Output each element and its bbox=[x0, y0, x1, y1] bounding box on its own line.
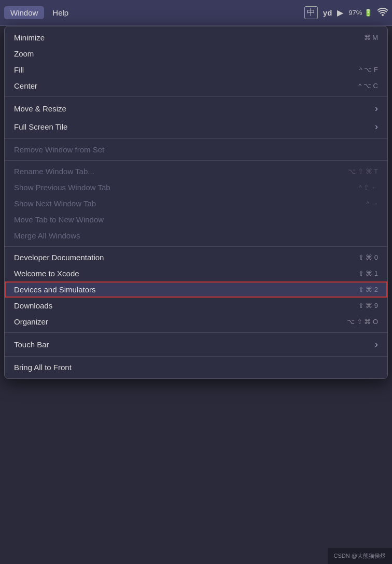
menu-label-merge-windows: Merge All Windows bbox=[14, 231, 80, 240]
menu-separator-after-center bbox=[5, 96, 387, 97]
menu-shortcut-center: ^ ⌥ C bbox=[358, 82, 378, 90]
menu-item-fill[interactable]: Fill^ ⌥ F bbox=[5, 62, 387, 78]
yd-icon: yd bbox=[323, 8, 332, 17]
menu-shortcut-minimize: ⌘ M bbox=[364, 34, 378, 41]
menu-separator-after-full-screen-tile bbox=[5, 138, 387, 139]
menubar-help[interactable]: Help bbox=[46, 6, 75, 19]
wifi-icon bbox=[377, 8, 388, 18]
menu-item-prev-tab: Show Previous Window Tab^ ⇧ ← bbox=[5, 179, 387, 195]
menu-label-zoom: Zoom bbox=[14, 49, 34, 58]
menubar-window[interactable]: Window bbox=[4, 6, 44, 19]
menu-label-organizer: Organizer bbox=[14, 317, 48, 326]
menu-item-bring-to-front[interactable]: Bring All to Front bbox=[5, 359, 387, 375]
menu-item-center[interactable]: Center^ ⌥ C bbox=[5, 78, 387, 94]
menubar: Window Help 中 yd ▶ 97% 🔋 bbox=[0, 0, 392, 26]
menu-item-full-screen-tile[interactable]: Full Screen Tile› bbox=[5, 118, 387, 136]
menu-label-rename-tab: Rename Window Tab... bbox=[14, 167, 94, 176]
menu-label-move-tab: Move Tab to New Window bbox=[14, 215, 104, 224]
menu-item-developer-docs[interactable]: Developer Documentation⇧ ⌘ 0 bbox=[5, 249, 387, 265]
menu-separator-after-organizer bbox=[5, 332, 387, 333]
menu-shortcut-move-resize: › bbox=[375, 103, 378, 114]
menu-label-downloads: Downloads bbox=[14, 301, 52, 310]
menu-shortcut-prev-tab: ^ ⇧ ← bbox=[359, 184, 378, 191]
menu-item-remove-window: Remove Window from Set bbox=[5, 142, 387, 158]
menu-item-merge-windows: Merge All Windows bbox=[5, 228, 387, 244]
menu-label-full-screen-tile: Full Screen Tile bbox=[14, 122, 67, 131]
menu-shortcut-welcome-xcode: ⇧ ⌘ 1 bbox=[358, 270, 378, 277]
menu-label-developer-docs: Developer Documentation bbox=[14, 253, 104, 262]
window-menu-dropdown: Minimize⌘ MZoomFill^ ⌥ FCenter^ ⌥ CMove … bbox=[4, 26, 388, 379]
menu-shortcut-rename-tab: ⌥ ⇧ ⌘ T bbox=[348, 167, 378, 175]
menubar-icons: 中 yd ▶ 97% 🔋 bbox=[304, 6, 388, 19]
menu-shortcut-fill: ^ ⌥ F bbox=[359, 66, 378, 74]
menu-label-welcome-xcode: Welcome to Xcode bbox=[14, 269, 79, 278]
menu-shortcut-developer-docs: ⇧ ⌘ 0 bbox=[358, 253, 378, 261]
menu-shortcut-devices-simulators: ⇧ ⌘ 2 bbox=[358, 286, 378, 293]
statusbar: CSDN @大熊猫侯煜 bbox=[328, 548, 392, 564]
menu-shortcut-next-tab: ^ → bbox=[366, 200, 378, 207]
menu-shortcut-full-screen-tile: › bbox=[375, 121, 378, 132]
menu-shortcut-downloads: ⇧ ⌘ 9 bbox=[358, 302, 378, 309]
play-icon: ▶ bbox=[337, 8, 343, 18]
menu-label-touch-bar: Touch Bar bbox=[14, 340, 49, 349]
menu-item-devices-simulators[interactable]: Devices and Simulators⇧ ⌘ 2 bbox=[5, 281, 387, 298]
battery-indicator: 97% 🔋 bbox=[348, 9, 372, 17]
menu-label-bring-to-front: Bring All to Front bbox=[14, 363, 72, 372]
menu-item-move-tab: Move Tab to New Window bbox=[5, 212, 387, 228]
menu-label-prev-tab: Show Previous Window Tab bbox=[14, 183, 110, 192]
menu-shortcut-organizer: ⌥ ⇧ ⌘ O bbox=[347, 318, 378, 326]
menu-item-organizer[interactable]: Organizer⌥ ⇧ ⌘ O bbox=[5, 314, 387, 330]
menu-label-remove-window: Remove Window from Set bbox=[14, 145, 104, 154]
menu-label-fill: Fill bbox=[14, 65, 24, 74]
menu-separator-after-remove-window bbox=[5, 160, 387, 161]
menu-label-devices-simulators: Devices and Simulators bbox=[14, 285, 96, 294]
chinese-char-icon: 中 bbox=[304, 6, 318, 19]
menu-label-move-resize: Move & Resize bbox=[14, 104, 66, 113]
menu-item-downloads[interactable]: Downloads⇧ ⌘ 9 bbox=[5, 298, 387, 314]
menu-item-move-resize[interactable]: Move & Resize› bbox=[5, 100, 387, 118]
menu-separator-after-touch-bar bbox=[5, 356, 387, 357]
menu-label-center: Center bbox=[14, 81, 37, 90]
menu-label-minimize: Minimize bbox=[14, 33, 45, 42]
menu-item-welcome-xcode[interactable]: Welcome to Xcode⇧ ⌘ 1 bbox=[5, 265, 387, 281]
menu-item-next-tab: Show Next Window Tab^ → bbox=[5, 195, 387, 212]
menu-label-next-tab: Show Next Window Tab bbox=[14, 199, 96, 208]
menu-item-touch-bar[interactable]: Touch Bar› bbox=[5, 335, 387, 354]
menu-item-minimize[interactable]: Minimize⌘ M bbox=[5, 30, 387, 46]
menu-separator-after-merge-windows bbox=[5, 246, 387, 247]
menu-item-rename-tab: Rename Window Tab...⌥ ⇧ ⌘ T bbox=[5, 163, 387, 179]
menu-item-zoom[interactable]: Zoom bbox=[5, 46, 387, 62]
menu-shortcut-touch-bar: › bbox=[375, 339, 378, 350]
